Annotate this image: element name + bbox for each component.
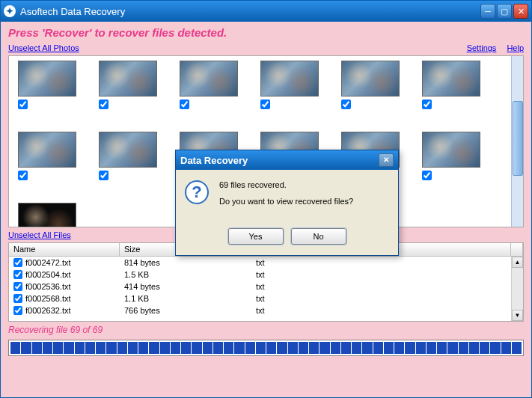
column-header-spacer: [511, 243, 523, 256]
thumbnail-icon: [99, 61, 157, 97]
file-size: 1.5 KB: [120, 270, 251, 279]
photo-item[interactable]: [260, 61, 319, 109]
progress-segment: [245, 342, 255, 354]
progress-segment: [149, 342, 159, 354]
thumbnail-icon: [341, 61, 400, 97]
thumbnail-icon: [18, 61, 76, 97]
table-row[interactable]: f0002472.txt814 bytestxt: [9, 257, 511, 269]
progress-segment: [128, 342, 138, 354]
close-button[interactable]: ✕: [513, 4, 528, 19]
progress-segment: [384, 342, 394, 354]
instruction-text: Press 'Recover' to recover files detecte…: [1, 22, 531, 43]
progress-segment: [405, 342, 415, 354]
photo-item[interactable]: [99, 61, 157, 109]
settings-link[interactable]: Settings: [467, 43, 497, 52]
dialog-data-recovery: Data Recovery ✕ ? 69 files recovered. Do…: [175, 150, 399, 256]
thumbnail-icon: [180, 61, 238, 97]
progress-segment: [96, 342, 106, 354]
photo-checkbox[interactable]: [422, 171, 432, 180]
file-extension: txt: [251, 294, 511, 303]
progress-segment: [341, 342, 351, 354]
progress-segment: [85, 342, 95, 354]
progress-segment: [21, 342, 31, 354]
file-scrollbar[interactable]: ▲ ▼: [511, 257, 523, 321]
table-row[interactable]: f0002568.txt1.1 KBtxt: [9, 293, 511, 304]
progress-segment: [480, 342, 489, 354]
table-row[interactable]: f0002632.txt766 bytestxt: [9, 304, 511, 316]
photo-checkbox[interactable]: [341, 100, 351, 109]
file-checkbox[interactable]: [13, 258, 22, 267]
photo-checkbox[interactable]: [18, 171, 28, 180]
photo-item[interactable]: [341, 61, 400, 109]
dialog-titlebar: Data Recovery ✕: [176, 150, 398, 170]
photo-checkbox[interactable]: [99, 171, 108, 180]
photo-scrollbar[interactable]: [511, 56, 523, 227]
file-checkbox[interactable]: [13, 270, 22, 279]
dialog-close-button[interactable]: ✕: [379, 153, 394, 167]
photo-checkbox[interactable]: [18, 100, 28, 109]
progress-segment: [10, 342, 20, 354]
progress-segment: [203, 342, 213, 354]
status-text: Recovering file 69 of 69: [1, 322, 531, 338]
file-checkbox[interactable]: [13, 282, 22, 291]
file-name: f0002504.txt: [25, 270, 71, 279]
file-name: f0002632.txt: [25, 306, 71, 315]
progress-segment: [234, 342, 244, 354]
window-title: Asoftech Data Recovery: [20, 6, 479, 17]
progress-segment: [394, 342, 404, 354]
photo-item[interactable]: [422, 61, 480, 109]
progress-segment: [181, 342, 191, 354]
maximize-button[interactable]: ▢: [497, 4, 512, 19]
progress-segment: [160, 342, 170, 354]
scrollbar-thumb[interactable]: [513, 101, 523, 176]
progress-segment: [64, 342, 73, 354]
photo-item[interactable]: [422, 132, 480, 180]
photo-item[interactable]: [18, 203, 76, 227]
progress-segment: [53, 342, 63, 354]
scroll-down-arrow-icon[interactable]: ▼: [512, 310, 523, 321]
column-header-name[interactable]: Name: [9, 243, 120, 256]
progress-segment: [362, 342, 372, 354]
file-checkbox[interactable]: [13, 294, 22, 303]
progress-segment: [309, 342, 319, 354]
photo-item[interactable]: [99, 132, 157, 180]
unselect-files-link[interactable]: Unselect All Files: [8, 230, 71, 239]
progress-segment: [512, 342, 522, 354]
progress-segment: [43, 342, 52, 354]
file-name: f0002472.txt: [25, 258, 71, 267]
file-extension: txt: [251, 270, 511, 279]
titlebar: ✦ Asoftech Data Recovery ─ ▢ ✕: [1, 1, 531, 22]
progress-bar: [8, 340, 524, 356]
photo-checkbox[interactable]: [99, 100, 108, 109]
progress-segment: [117, 342, 127, 354]
file-table-body: f0002472.txt814 bytestxtf0002504.txt1.5 …: [9, 257, 511, 321]
photo-item[interactable]: [180, 61, 238, 109]
scroll-up-arrow-icon[interactable]: ▲: [512, 257, 523, 268]
dialog-message: 69 files recovered. Do you want to view …: [219, 180, 353, 213]
file-size: 814 bytes: [120, 258, 251, 267]
progress-segment: [75, 342, 85, 354]
file-size: 766 bytes: [120, 306, 251, 315]
file-extension: txt: [251, 258, 511, 267]
progress-segment: [490, 342, 500, 354]
progress-segment: [256, 342, 266, 354]
question-icon: ?: [185, 180, 209, 204]
minimize-button[interactable]: ─: [480, 4, 495, 19]
progress-segment: [138, 342, 148, 354]
thumbnail-icon: [18, 203, 76, 227]
photo-checkbox[interactable]: [422, 100, 432, 109]
help-link[interactable]: Help: [507, 43, 524, 52]
no-button[interactable]: No: [291, 228, 346, 245]
unselect-photos-link[interactable]: Unselect All Photos: [8, 43, 79, 52]
yes-button[interactable]: Yes: [228, 228, 284, 245]
table-row[interactable]: f0002504.txt1.5 KBtxt: [9, 269, 511, 281]
photo-checkbox[interactable]: [180, 100, 189, 109]
photo-item[interactable]: [18, 61, 76, 109]
file-checkbox[interactable]: [13, 306, 22, 315]
progress-segment: [331, 342, 340, 354]
progress-segment: [192, 342, 201, 354]
photo-item[interactable]: [18, 132, 76, 180]
progress-segment: [32, 342, 42, 354]
photo-checkbox[interactable]: [260, 100, 270, 109]
table-row[interactable]: f0002536.txt414 bytestxt: [9, 281, 511, 293]
